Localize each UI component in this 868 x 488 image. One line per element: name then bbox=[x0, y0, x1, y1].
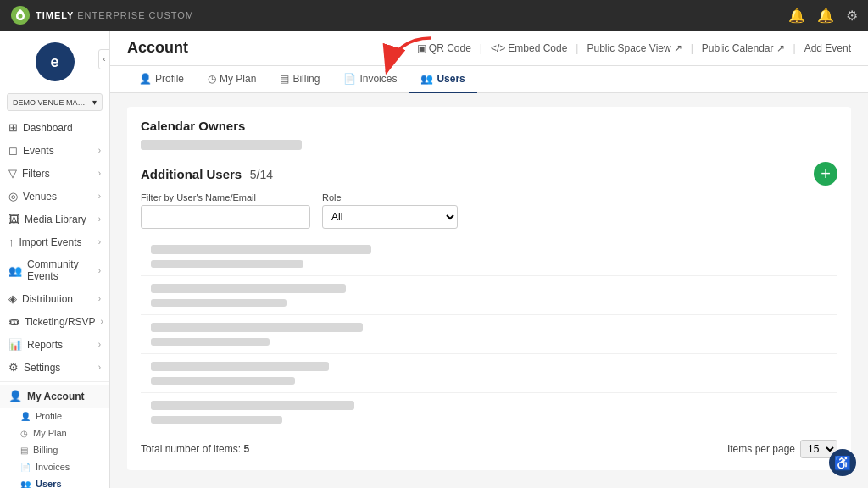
filter-name-input[interactable] bbox=[141, 205, 310, 229]
sidebar-item-label: Dashboard bbox=[23, 122, 73, 134]
row-skeleton bbox=[151, 362, 827, 385]
sidebar-sub-item-invoices[interactable]: 📄 Invoices bbox=[0, 458, 109, 475]
chevron-right-icon: › bbox=[98, 169, 101, 178]
pagination-row: Total number of items: 5 Items per page … bbox=[141, 440, 837, 458]
page-title: Account bbox=[127, 39, 188, 57]
tab-label: Invoices bbox=[359, 73, 397, 85]
chevron-right-icon: › bbox=[98, 146, 101, 155]
separator3: | bbox=[691, 42, 693, 54]
add-user-button[interactable]: + bbox=[814, 162, 837, 186]
sidebar-item-events[interactable]: ◻ Events › bbox=[0, 139, 109, 162]
sidebar-item-dashboard[interactable]: ⊞ Dashboard bbox=[0, 116, 109, 139]
table-row bbox=[141, 393, 837, 431]
sidebar-item-label: Import Events bbox=[19, 236, 82, 248]
row-skeleton bbox=[151, 284, 827, 307]
sidebar-item-import-events[interactable]: ↑ Import Events › bbox=[0, 230, 109, 253]
qr-code-link[interactable]: ▣ QR Code bbox=[417, 42, 471, 54]
qr-code-icon: ▣ bbox=[417, 42, 426, 54]
invoices-tab-icon: 📄 bbox=[343, 73, 356, 85]
sidebar-item-community-events[interactable]: 👥 Community Events › bbox=[0, 253, 109, 287]
filter-role-label: Role bbox=[322, 192, 458, 202]
user-rows-list bbox=[141, 237, 837, 431]
sidebar-sub-item-profile[interactable]: 👤 Profile bbox=[0, 408, 109, 424]
my-account-icon: 👤 bbox=[8, 390, 22, 402]
sidebar-collapse-button[interactable]: ‹ bbox=[98, 49, 110, 69]
sidebar-item-my-account[interactable]: 👤 My Account bbox=[0, 385, 109, 408]
chevron-right-icon: › bbox=[98, 237, 101, 247]
table-row bbox=[141, 276, 837, 315]
public-calendar-link[interactable]: Public Calendar ↗ bbox=[702, 42, 785, 54]
media-library-icon: 🖼 bbox=[8, 213, 19, 225]
tab-label: Billing bbox=[292, 73, 320, 85]
chevron-right-icon: › bbox=[101, 317, 103, 326]
additional-users-header: Additional Users 5/14 + bbox=[141, 162, 837, 186]
sidebar-item-label: Settings bbox=[24, 362, 60, 374]
logo-area: TIMELY ENTERPRISE CUSTOM bbox=[10, 5, 194, 25]
skeleton-bar-7 bbox=[151, 362, 329, 371]
timely-logo-icon bbox=[10, 5, 31, 25]
items-per-page-label: Items per page bbox=[727, 443, 795, 455]
community-events-icon: 👥 bbox=[8, 264, 22, 277]
filters-icon: ▽ bbox=[8, 167, 17, 180]
chevron-right-icon: › bbox=[98, 363, 101, 372]
sidebar-item-media-library[interactable]: 🖼 Media Library › bbox=[0, 208, 109, 230]
svg-point-1 bbox=[19, 14, 23, 19]
distribution-icon: ◈ bbox=[8, 292, 17, 305]
page-header-actions: ▣ QR Code | </> Embed Code | Public Spac… bbox=[417, 42, 851, 54]
embed-code-link[interactable]: </> Embed Code bbox=[491, 42, 567, 54]
avatar: e bbox=[36, 42, 75, 81]
my-plan-tab-icon: ◷ bbox=[208, 73, 216, 85]
items-per-page: Items per page 10 15 25 50 bbox=[727, 440, 837, 458]
skeleton-bar-1 bbox=[151, 245, 371, 254]
tab-billing[interactable]: ▤ Billing bbox=[268, 66, 331, 93]
brand-secondary: ENTERPRISE CUSTOM bbox=[77, 10, 194, 20]
tab-invoices[interactable]: 📄 Invoices bbox=[331, 66, 409, 93]
additional-users-title: Additional Users bbox=[141, 167, 242, 181]
table-row bbox=[141, 354, 837, 393]
row-skeleton bbox=[151, 245, 827, 268]
tab-profile[interactable]: 👤 Profile bbox=[127, 66, 196, 93]
sidebar-sub-label: Users bbox=[36, 479, 62, 488]
sidebar-sub-item-billing[interactable]: ▤ Billing bbox=[0, 441, 109, 458]
sidebar-item-label: Media Library bbox=[25, 214, 86, 225]
sidebar-item-label: Ticketing/RSVP bbox=[25, 316, 96, 328]
brand-name: TIMELY ENTERPRISE CUSTOM bbox=[36, 10, 194, 20]
skeleton-bar-9 bbox=[151, 401, 354, 410]
sidebar-item-distribution[interactable]: ◈ Distribution › bbox=[0, 287, 109, 310]
tab-users[interactable]: 👥 Users bbox=[409, 66, 476, 93]
sidebar-item-label: Events bbox=[23, 145, 54, 157]
filter-role-group: Role All Admin Editor Viewer bbox=[322, 192, 458, 229]
filter-role-select[interactable]: All Admin Editor Viewer bbox=[322, 205, 458, 229]
chevron-right-icon: › bbox=[98, 214, 101, 224]
skeleton-bar-4 bbox=[151, 299, 287, 307]
sidebar-sub-item-my-plan[interactable]: ◷ My Plan bbox=[0, 424, 109, 441]
sidebar-divider bbox=[0, 381, 109, 382]
add-event-link[interactable]: Add Event bbox=[804, 42, 851, 54]
notifications-icon[interactable]: 🔔 bbox=[788, 8, 805, 24]
alerts-icon[interactable]: 🔔 bbox=[817, 8, 834, 24]
account-selector[interactable]: DEMO VENUE MANAGEME... ▾ bbox=[7, 93, 103, 111]
users-sub-icon: 👥 bbox=[20, 480, 31, 489]
separator2: | bbox=[576, 42, 578, 54]
calendar-owners-title: Calendar Owners bbox=[141, 119, 837, 133]
user-menu-icon[interactable]: ⚙ bbox=[846, 8, 858, 24]
sidebar-item-ticketing[interactable]: 🎟 Ticketing/RSVP › bbox=[0, 310, 109, 333]
tab-label: Profile bbox=[155, 73, 184, 85]
dashboard-icon: ⊞ bbox=[8, 121, 18, 134]
settings-icon: ⚙ bbox=[8, 361, 19, 374]
table-row bbox=[141, 315, 837, 354]
additional-users-title-area: Additional Users 5/14 bbox=[141, 167, 273, 181]
public-space-link[interactable]: Public Space View ↗ bbox=[587, 42, 682, 54]
sidebar-item-reports[interactable]: 📊 Reports › bbox=[0, 333, 109, 356]
accessibility-button[interactable]: ♿ bbox=[829, 449, 856, 476]
sidebar-item-settings[interactable]: ⚙ Settings › bbox=[0, 356, 109, 379]
sidebar-nav: ⊞ Dashboard ◻ Events › ▽ Filters › ◎ Ven… bbox=[0, 116, 109, 488]
sidebar-item-filters[interactable]: ▽ Filters › bbox=[0, 162, 109, 185]
external-link-icon: ↗ bbox=[674, 42, 682, 54]
total-items-info: Total number of items: 5 bbox=[141, 443, 249, 455]
reports-icon: 📊 bbox=[8, 338, 22, 351]
tab-my-plan[interactable]: ◷ My Plan bbox=[196, 66, 268, 93]
sidebar-sub-item-users[interactable]: 👥 Users bbox=[0, 475, 109, 488]
sidebar-item-venues[interactable]: ◎ Venues › bbox=[0, 185, 109, 208]
venues-icon: ◎ bbox=[8, 190, 18, 202]
